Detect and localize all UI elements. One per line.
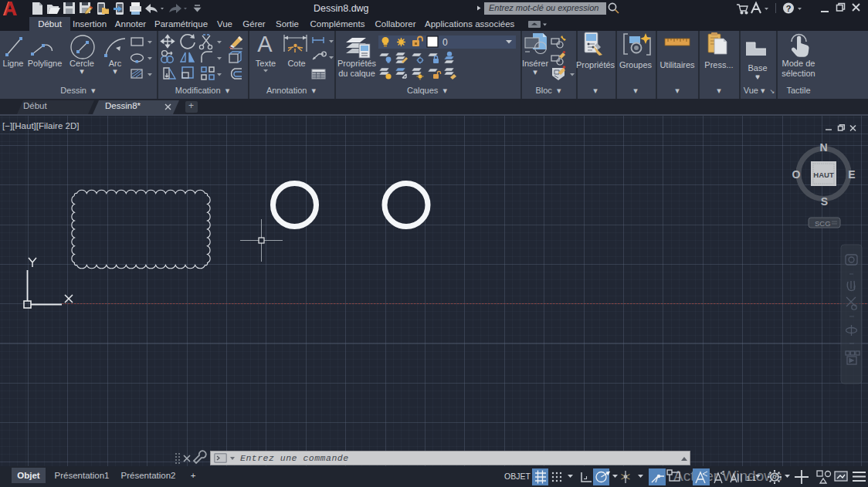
svg-text:A: A — [257, 32, 273, 56]
svg-text:?: ? — [786, 4, 792, 13]
svg-text:O: O — [792, 168, 801, 181]
svg-text:SCG: SCG — [815, 219, 831, 228]
svg-text:0: 0 — [442, 37, 448, 48]
svg-text:N: N — [819, 141, 827, 154]
svg-text:1:1: 1:1 — [746, 474, 756, 482]
svg-text:E: E — [848, 168, 855, 181]
svg-text:S: S — [821, 195, 828, 208]
svg-text:HAUT: HAUT — [813, 171, 834, 179]
